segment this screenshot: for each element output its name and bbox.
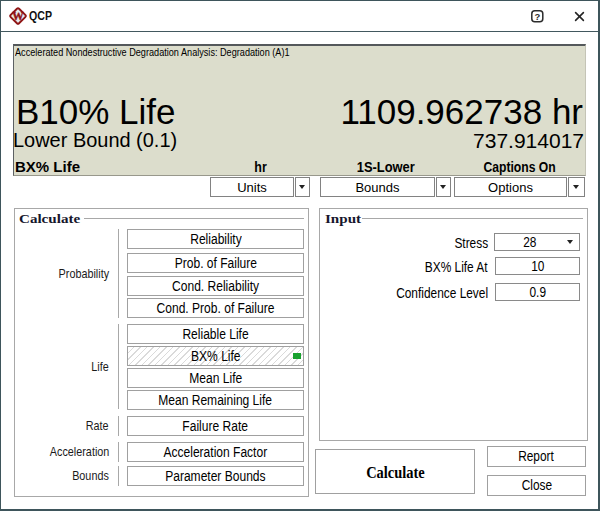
svg-text:W: W: [12, 10, 24, 22]
svg-text:?: ?: [534, 10, 540, 21]
